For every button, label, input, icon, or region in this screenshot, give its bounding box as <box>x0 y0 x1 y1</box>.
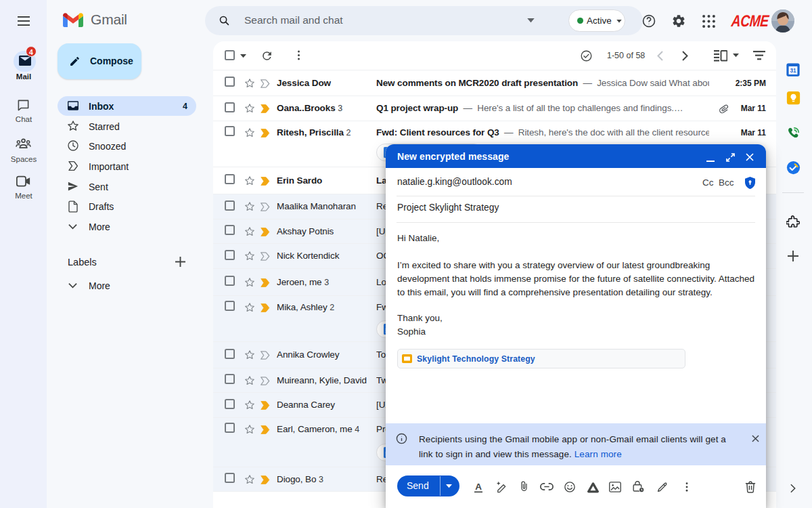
svg-text:A: A <box>475 482 482 492</box>
svg-text:31: 31 <box>790 68 796 74</box>
